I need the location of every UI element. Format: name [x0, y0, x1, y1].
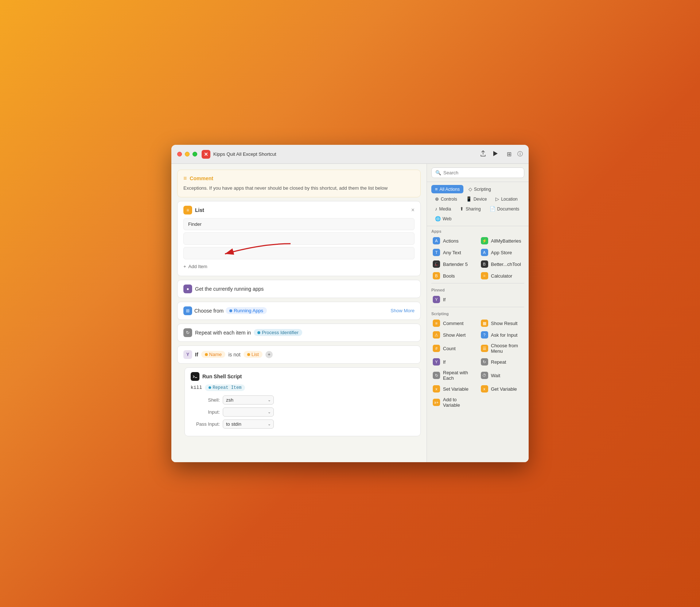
tab-controls[interactable]: ⊕ Controls	[431, 195, 461, 203]
comment-action-icon: ≡	[433, 320, 440, 327]
action-allmybatteries[interactable]: ⚡ AllMyBatteries	[478, 235, 526, 247]
ask-for-input-label: Ask for Input	[491, 332, 518, 338]
get-variable-label: Get Variable	[491, 386, 517, 392]
repeat-icon: ↻	[183, 328, 192, 337]
tab-web[interactable]: 🌐 Web	[431, 214, 455, 223]
action-app-store[interactable]: A App Store	[478, 247, 526, 258]
action-repeat[interactable]: ↻ Repeat	[478, 356, 526, 368]
web-label: Web	[443, 216, 451, 221]
shell-select[interactable]: zsh bash sh	[223, 395, 274, 405]
list-block: ≡ List × Finder +	[177, 201, 421, 276]
tab-documents[interactable]: 📄 Documents	[486, 205, 523, 213]
action-wait[interactable]: ⏱ Wait	[478, 368, 526, 383]
repeat-text: Repeat with each item in	[195, 330, 251, 336]
action-actions[interactable]: A Actions	[430, 235, 478, 247]
shell-field-row-3: Pass Input: to stdin as arguments	[191, 420, 415, 429]
add-item-button[interactable]: + Add Item	[183, 262, 415, 271]
close-button[interactable]	[177, 152, 182, 156]
tab-scripting[interactable]: ◇ Scripting	[465, 185, 495, 193]
input-select[interactable]	[223, 407, 274, 417]
process-identifier-pill[interactable]: Process Identifier	[254, 329, 302, 336]
action-repeat-with-each[interactable]: ↻ Repeat with Each	[430, 368, 478, 383]
actions-icon: A	[433, 237, 440, 244]
repeat-item-pill[interactable]: Repeat Item	[205, 384, 245, 391]
show-alert-label: Show Alert	[443, 332, 466, 338]
set-variable-label: Set Variable	[443, 386, 468, 392]
running-apps-pill[interactable]: Running Apps	[226, 307, 267, 314]
search-icon: 🔍	[435, 170, 441, 175]
tab-media[interactable]: ♪ Media	[431, 205, 455, 213]
action-show-alert[interactable]: ⚠ Show Alert	[430, 329, 478, 341]
add-condition-button[interactable]: +	[265, 351, 273, 358]
get-running-text: Get the currently running apps	[195, 286, 264, 292]
tab-device[interactable]: 📱 Device	[462, 195, 491, 203]
any-text-icon: T	[433, 249, 440, 256]
pinned-section: Y If	[427, 294, 529, 305]
wait-icon: ⏱	[481, 372, 488, 379]
minimize-button[interactable]	[185, 152, 190, 156]
if-label: If	[195, 352, 198, 357]
list-empty-row-1[interactable]	[183, 232, 415, 245]
name-pill[interactable]: Name	[201, 351, 226, 358]
comment-block: ≡ Comment Exceptions. If you have apps t…	[177, 170, 421, 197]
list-block-header: ≡ List ×	[183, 206, 415, 214]
pinned-section-label: Pinned	[427, 285, 529, 294]
choose-block: ⊞ Choose from Running Apps Show More	[177, 302, 421, 320]
list-dot	[247, 353, 250, 356]
show-more-button[interactable]: Show More	[390, 308, 415, 313]
app-store-icon: A	[481, 249, 488, 256]
tab-sharing[interactable]: ⬆ Sharing	[456, 205, 484, 213]
bools-label: Bools	[443, 273, 455, 279]
traffic-lights	[177, 152, 197, 156]
maximize-button[interactable]	[192, 152, 197, 156]
list-icon: ≡	[183, 206, 192, 214]
add-item-label: Add Item	[188, 264, 207, 269]
kill-command: kill	[191, 385, 202, 390]
pass-input-select[interactable]: to stdin as arguments	[223, 420, 274, 429]
comment-action-label: Comment	[443, 321, 463, 326]
list-close-button[interactable]: ×	[411, 207, 415, 213]
documents-label: Documents	[497, 206, 520, 212]
repeat-with-each-icon: ↻	[433, 372, 440, 379]
action-if-scripting[interactable]: Y If	[430, 356, 478, 368]
gallery-icon[interactable]: ⊞	[507, 151, 512, 158]
main-window: ✕ Kipps Quit All Except Shortcut ⊞ ⓘ	[171, 145, 529, 462]
repeat-action-icon: ↻	[481, 358, 488, 366]
action-get-variable[interactable]: x Get Variable	[478, 383, 526, 395]
info-icon[interactable]: ⓘ	[517, 151, 523, 158]
list-item-finder[interactable]: Finder	[183, 218, 415, 230]
search-input-wrapper: 🔍	[431, 167, 524, 178]
action-ask-for-input[interactable]: ? Ask for Input	[478, 329, 526, 341]
search-bar: 🔍	[427, 164, 529, 182]
tab-all-actions[interactable]: ≡ All Actions	[431, 185, 463, 193]
right-panel: 🔍 ≡ All Actions ◇ Scripting ⊕ Controls	[427, 164, 529, 462]
play-button[interactable]	[492, 151, 498, 158]
list-empty-row-2[interactable]	[183, 247, 415, 259]
list-pill[interactable]: List	[244, 351, 262, 358]
location-icon: ▷	[495, 196, 499, 202]
betterchtool-icon: B	[481, 260, 488, 268]
action-calculator[interactable]: = Calculator	[478, 270, 526, 282]
action-bools[interactable]: B Bools	[430, 270, 478, 282]
shell-label: Shell:	[191, 397, 220, 403]
action-comment[interactable]: ≡ Comment	[430, 317, 478, 329]
sharing-icon: ⬆	[460, 206, 464, 212]
action-any-text[interactable]: T Any Text	[430, 247, 478, 258]
action-add-to-variable[interactable]: x+ Add to Variable	[430, 395, 478, 410]
calculator-label: Calculator	[491, 273, 513, 279]
tab-location[interactable]: ▷ Location	[492, 195, 521, 203]
pinned-if[interactable]: Y If	[430, 294, 526, 305]
share-button[interactable]	[480, 150, 486, 158]
allmybatteries-icon: ⚡	[481, 237, 488, 244]
action-bartender5[interactable]: 🎩 Bartender 5	[430, 258, 478, 270]
comment-text: Exceptions. If you have apps that never …	[183, 185, 415, 192]
action-count[interactable]: # Count	[430, 341, 478, 356]
comment-header: ≡ Comment	[183, 175, 415, 182]
action-betterchtool[interactable]: B Better...chTool	[478, 258, 526, 270]
action-show-result[interactable]: ▦ Show Result	[478, 317, 526, 329]
action-set-variable[interactable]: x Set Variable	[430, 383, 478, 395]
action-choose-from-menu[interactable]: ☰ Choose from Menu	[478, 341, 526, 356]
search-input[interactable]	[443, 170, 520, 175]
terminal-icon	[191, 372, 199, 381]
pill-dot	[229, 309, 232, 312]
